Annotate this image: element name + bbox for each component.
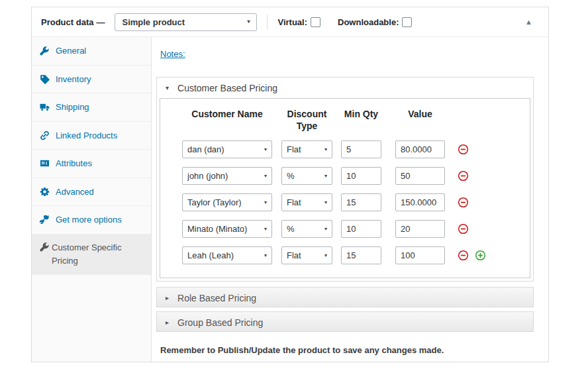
sidebar-item-linked-products[interactable]: Linked Products (32, 122, 151, 150)
discount-type-select[interactable]: Flat ▾ (281, 246, 332, 264)
plug-icon (40, 215, 50, 225)
tag-icon (40, 74, 50, 84)
product-data-panel: Product data— Simple product ▾ Virtual: … (31, 7, 549, 362)
min-qty-input[interactable] (341, 193, 381, 211)
min-qty-input[interactable] (341, 246, 381, 264)
product-data-tabs: General Inventory Shipping Linked Produc… (32, 37, 152, 362)
column-header-customer-name: Customer Name (182, 108, 272, 120)
accordion-title: Role Based Pricing (177, 293, 256, 303)
sidebar-item-attributes[interactable]: Attributes (32, 150, 151, 178)
customer-select[interactable]: dan (dan) ▾ (182, 140, 272, 158)
link-icon (40, 131, 50, 140)
chevron-down-icon: ▾ (324, 253, 327, 258)
sidebar-item-get-more-options[interactable]: Get more options (32, 206, 151, 235)
value-input[interactable] (395, 220, 445, 238)
chevron-down-icon: ▾ (324, 174, 327, 179)
column-header-discount-type: Discount Type (281, 108, 332, 132)
remove-row-icon[interactable] (458, 170, 469, 182)
min-qty-input[interactable] (341, 167, 381, 185)
chevron-down-icon: ▾ (264, 253, 267, 258)
sidebar-item-customer-specific-pricing[interactable]: Customer Specific Pricing (32, 235, 151, 275)
min-qty-input[interactable] (341, 220, 381, 238)
sidebar-item-inventory[interactable]: Inventory (32, 66, 151, 94)
remove-row-icon[interactable] (458, 250, 469, 261)
min-qty-input[interactable] (341, 140, 381, 158)
save-reminder-note: Remember to Publish/Update the product t… (160, 345, 539, 355)
pricing-table-header-row: Customer Name Discount Type Min Qty Valu… (182, 108, 523, 132)
chevron-down-icon: ▾ (264, 200, 267, 205)
sidebar-item-advanced[interactable]: Advanced (32, 178, 151, 207)
discount-type-select[interactable]: % ▾ (281, 220, 332, 238)
tab-content: Notes: ▾ Customer Based Pricing Customer… (152, 37, 548, 362)
chevron-down-icon: ▾ (264, 147, 267, 152)
accordion-header-customer-based-pricing[interactable]: ▾ Customer Based Pricing (157, 78, 533, 98)
pricing-rule-row: dan (dan) ▾ Flat ▾ (182, 140, 523, 158)
sidebar-item-shipping[interactable]: Shipping (32, 93, 151, 122)
triangle-right-icon: ▸ (166, 319, 169, 326)
accordion-title: Customer Based Pricing (177, 83, 277, 93)
value-input[interactable] (395, 140, 445, 158)
accordion-role-based-pricing: ▸ Role Based Pricing (156, 287, 534, 307)
add-row-icon[interactable] (475, 250, 486, 261)
collapse-panel-icon[interactable]: ▲ (522, 15, 535, 28)
accordion-header-group-based-pricing[interactable]: ▸ Group Based Pricing (157, 312, 533, 333)
chevron-down-icon: ▾ (324, 200, 327, 205)
product-data-header: Product data— Simple product ▾ Virtual: … (32, 7, 548, 37)
product-type-select[interactable]: Simple product ▾ (115, 13, 257, 31)
customer-select[interactable]: Leah (Leah) ▾ (182, 246, 272, 264)
accordion-group-based-pricing: ▸ Group Based Pricing (156, 311, 534, 332)
virtual-checkbox[interactable] (311, 17, 320, 27)
chevron-down-icon: ▾ (324, 147, 327, 152)
header-divider (267, 15, 268, 29)
value-input[interactable] (395, 167, 445, 185)
pricing-rule-row: Leah (Leah) ▾ Flat ▾ (182, 246, 523, 264)
discount-type-select[interactable]: Flat ▾ (281, 140, 332, 158)
value-input[interactable] (395, 193, 445, 211)
customer-select[interactable]: Minato (Minato) ▾ (182, 220, 272, 238)
discount-type-select[interactable]: Flat ▾ (281, 193, 332, 211)
pricing-rule-row: john (john) ▾ % ▾ (182, 167, 523, 185)
truck-icon (40, 102, 50, 112)
downloadable-label: Downloadable: (338, 17, 399, 27)
remove-row-icon[interactable] (458, 197, 469, 208)
customer-pricing-table: Customer Name Discount Type Min Qty Valu… (160, 98, 530, 278)
downloadable-checkbox[interactable] (402, 17, 412, 27)
notes-link[interactable]: Notes: (160, 49, 185, 59)
value-input[interactable] (395, 246, 445, 264)
virtual-label: Virtual: (277, 17, 307, 27)
triangle-down-icon: ▾ (166, 85, 169, 91)
column-header-min-qty: Min Qty (341, 108, 381, 120)
accordion-header-role-based-pricing[interactable]: ▸ Role Based Pricing (157, 288, 533, 308)
accordion-customer-based-pricing: ▾ Customer Based Pricing Customer Name D… (156, 77, 534, 282)
remove-row-icon[interactable] (458, 144, 469, 155)
chevron-down-icon: ▾ (264, 174, 267, 179)
accordion-title: Group Based Pricing (177, 317, 263, 328)
chevron-down-icon: ▾ (324, 227, 327, 232)
triangle-right-icon: ▸ (166, 295, 169, 301)
gear-icon (40, 187, 50, 197)
wrench-icon (40, 242, 50, 252)
chevron-down-icon: ▾ (264, 227, 267, 232)
sidebar-item-general[interactable]: General (32, 37, 151, 66)
product-data-body: General Inventory Shipping Linked Produc… (32, 37, 548, 362)
pricing-rule-row: Minato (Minato) ▾ % ▾ (182, 220, 523, 238)
customer-select[interactable]: john (john) ▾ (182, 167, 272, 185)
panel-title: Product data— (41, 17, 105, 27)
discount-type-select[interactable]: % ▾ (281, 167, 332, 185)
wrench-icon (40, 46, 50, 56)
remove-row-icon[interactable] (458, 223, 469, 235)
product-type-value: Simple product (122, 17, 185, 27)
title-dash: — (96, 17, 105, 27)
column-header-value: Value (395, 108, 445, 120)
pricing-rule-row: Taylor (Taylor) ▾ Flat ▾ (182, 193, 523, 211)
chevron-down-icon: ▾ (247, 19, 250, 25)
customer-select[interactable]: Taylor (Taylor) ▾ (182, 193, 272, 211)
attributes-icon (40, 158, 50, 168)
